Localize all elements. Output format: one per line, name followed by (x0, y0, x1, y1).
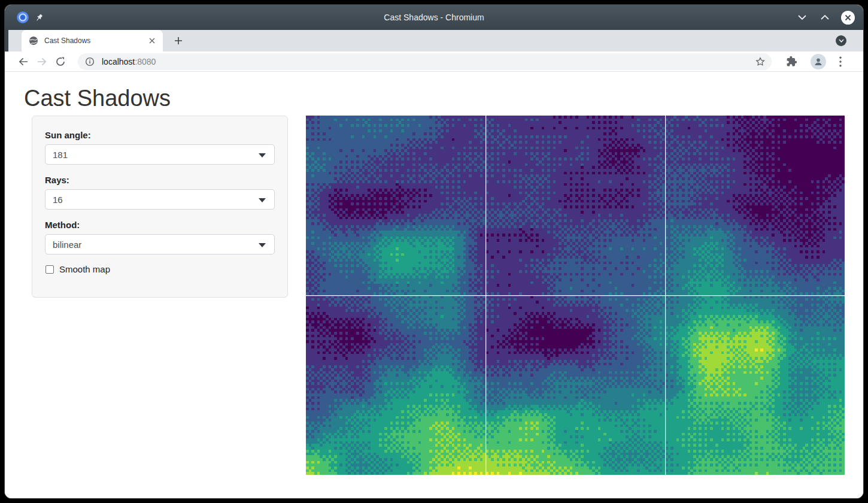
tab-cast-shadows[interactable]: Cast Shadows (22, 30, 163, 51)
reload-button[interactable] (56, 57, 65, 66)
caret-down-icon (259, 198, 266, 202)
terrain-canvas (306, 116, 845, 475)
tab-title: Cast Shadows (44, 37, 147, 45)
back-button[interactable] (19, 57, 28, 66)
forward-button[interactable] (37, 57, 47, 66)
controls-panel: Sun angle: 181 Rays: 16 Method: (32, 116, 288, 298)
sun-angle-select[interactable]: 181 (45, 144, 275, 165)
minimize-button[interactable] (796, 11, 809, 24)
extensions-icon[interactable] (786, 56, 797, 67)
address-bar[interactable]: localhost:8080 (78, 53, 772, 70)
tab-search-button[interactable] (836, 35, 846, 46)
smooth-map-checkbox[interactable] (45, 265, 54, 274)
rays-select[interactable]: 16 (45, 189, 275, 210)
page-content: Cast Shadows Sun angle: 181 Rays: 16 (5, 72, 863, 498)
window-titlebar: Cast Shadows - Chromium (5, 5, 863, 30)
caret-down-icon (259, 153, 266, 157)
new-tab-button[interactable] (170, 32, 187, 49)
sun-angle-label: Sun angle: (45, 129, 275, 141)
profile-avatar-icon[interactable] (811, 54, 826, 69)
browser-window: Cast Shadows - Chromium Cast Shadows (5, 5, 863, 498)
maximize-button[interactable] (818, 11, 831, 24)
tab-strip: Cast Shadows (5, 30, 863, 51)
rays-label: Rays: (45, 174, 275, 186)
tab-close-icon[interactable] (147, 36, 157, 46)
site-info-icon[interactable] (85, 57, 95, 66)
globe-favicon-icon (29, 36, 38, 46)
frame-edge (5, 30, 8, 51)
page-title: Cast Shadows (24, 87, 863, 110)
method-select[interactable]: bilinear (45, 234, 275, 254)
url-text: localhost:8080 (102, 57, 156, 66)
browser-toolbar: localhost:8080 (5, 51, 863, 72)
caret-down-icon (259, 243, 266, 247)
smooth-map-label: Smooth map (59, 264, 110, 274)
window-title: Cast Shadows - Chromium (5, 13, 863, 22)
bookmark-star-icon[interactable] (755, 56, 766, 69)
method-label: Method: (45, 219, 275, 231)
close-button[interactable] (841, 11, 855, 25)
menu-dots-icon[interactable] (839, 56, 842, 67)
